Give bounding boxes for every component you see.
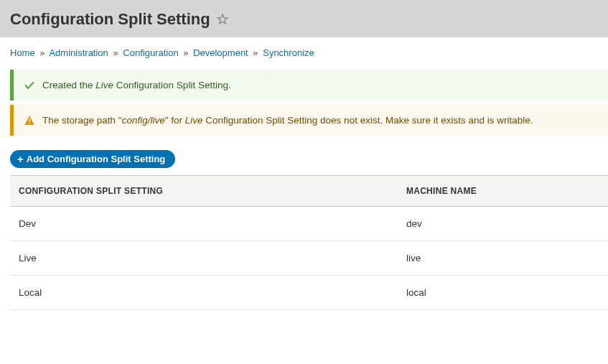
warning-text-em1: config/live	[122, 115, 165, 126]
warning-text-p3: Configuration Split Setting does not exi…	[203, 115, 533, 126]
table-row: Local local	[10, 276, 608, 310]
svg-rect-2	[29, 118, 29, 122]
success-text-em: Live	[95, 80, 113, 90]
cell-name: Dev	[10, 207, 398, 241]
svg-marker-0	[218, 14, 228, 24]
success-text-prefix: Created the	[42, 80, 95, 90]
plus-icon: +	[17, 154, 24, 164]
check-icon	[24, 80, 35, 91]
cell-machine: live	[398, 241, 608, 276]
table-header-row: CONFIGURATION SPLIT SETTING MACHINE NAME	[10, 176, 608, 207]
breadcrumb-separator: »	[253, 47, 258, 58]
cell-machine: dev	[398, 207, 608, 241]
header-bar: Configuration Split Setting	[0, 0, 608, 37]
warning-icon	[24, 115, 35, 126]
breadcrumb-link-home[interactable]: Home	[10, 47, 35, 58]
breadcrumb: Home » Administration » Configuration » …	[0, 37, 608, 65]
status-message-warning: The storage path "config/live" for Live …	[10, 105, 608, 136]
success-text-suffix: Configuration Split Setting.	[113, 80, 231, 90]
cell-name: Local	[10, 276, 398, 310]
warning-text-em2: Live	[185, 115, 203, 126]
configuration-split-table: CONFIGURATION SPLIT SETTING MACHINE NAME…	[10, 175, 608, 310]
add-configuration-split-button[interactable]: + Add Configuration Split Setting	[10, 150, 175, 168]
table-header-name: CONFIGURATION SPLIT SETTING	[10, 176, 398, 207]
breadcrumb-link-synchronize[interactable]: Synchronize	[263, 47, 314, 58]
page-title-text: Configuration Split Setting	[10, 10, 210, 29]
cell-machine: local	[398, 276, 608, 310]
breadcrumb-link-configuration[interactable]: Configuration	[123, 47, 178, 58]
cell-name: Live	[10, 241, 398, 276]
status-message-success: Created the Live Configuration Split Set…	[10, 70, 608, 101]
add-button-label: Add Configuration Split Setting	[27, 154, 166, 164]
breadcrumb-separator: »	[183, 47, 188, 58]
page-title: Configuration Split Setting	[10, 10, 598, 29]
star-icon[interactable]	[216, 13, 229, 26]
warning-text-p2: " for	[165, 115, 185, 126]
svg-rect-3	[29, 123, 29, 123]
table-row: Dev dev	[10, 207, 608, 241]
table-row: Live live	[10, 241, 608, 276]
breadcrumb-link-development[interactable]: Development	[193, 47, 248, 58]
table-header-machine: MACHINE NAME	[398, 176, 608, 207]
breadcrumb-separator: »	[39, 47, 45, 58]
breadcrumb-separator: »	[113, 47, 118, 58]
warning-text-p1: The storage path "	[42, 115, 122, 126]
action-row: + Add Configuration Split Setting	[0, 140, 608, 175]
breadcrumb-link-administration[interactable]: Administration	[49, 47, 108, 58]
